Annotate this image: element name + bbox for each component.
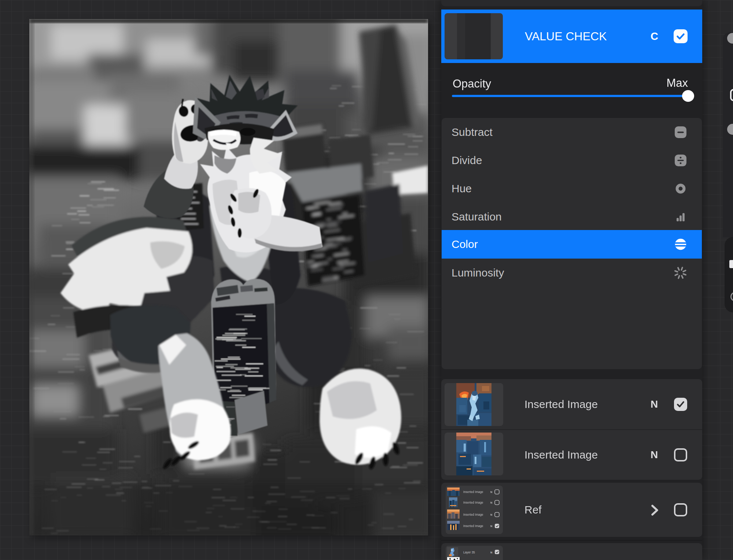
svg-text:Inserted Image: Inserted Image bbox=[463, 501, 483, 504]
svg-text:N: N bbox=[490, 551, 492, 554]
svg-text:N: N bbox=[490, 513, 492, 516]
svg-text:Inserted Image: Inserted Image bbox=[463, 513, 483, 516]
svg-text:N: N bbox=[490, 490, 492, 494]
svg-text:Inserted Image: Inserted Image bbox=[463, 490, 483, 494]
svg-text:N: N bbox=[490, 524, 492, 528]
svg-text:N: N bbox=[490, 501, 492, 504]
svg-text:Layer 35: Layer 35 bbox=[463, 551, 475, 554]
svg-text:Inserted Image: Inserted Image bbox=[463, 524, 483, 528]
